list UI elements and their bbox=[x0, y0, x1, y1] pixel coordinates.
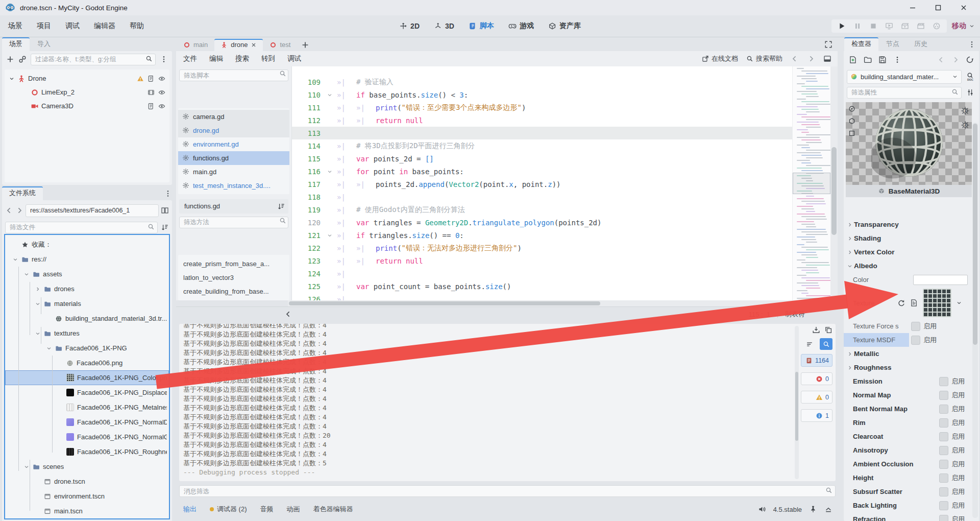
feature-Height[interactable]: Height启用 bbox=[844, 471, 972, 485]
feature-Refraction[interactable]: Refraction启用 bbox=[844, 512, 972, 521]
sphere-preview-toggle[interactable] bbox=[848, 105, 855, 112]
resource-extra-button[interactable] bbox=[893, 56, 901, 64]
history-forward-icon[interactable] bbox=[15, 206, 23, 215]
stop-button[interactable] bbox=[869, 22, 877, 30]
edit-history-button[interactable] bbox=[966, 56, 974, 64]
scene-tree-node-LimeExp_2[interactable]: LimeExp_2 bbox=[5, 85, 169, 99]
menu-debug[interactable]: 调试 bbox=[65, 21, 80, 31]
scene-tree-node-Drone[interactable]: Drone bbox=[5, 72, 169, 85]
maximize-button[interactable] bbox=[934, 4, 942, 12]
feature-Subsurf Scatter[interactable]: Subsurf Scatter启用 bbox=[844, 485, 972, 499]
checkbox[interactable] bbox=[939, 391, 948, 400]
feature-Normal Map[interactable]: Normal Map启用 bbox=[844, 388, 972, 402]
pause-button[interactable] bbox=[853, 22, 862, 30]
section-Roughness[interactable]: Roughness bbox=[844, 361, 972, 374]
output-filter-input[interactable] bbox=[179, 485, 836, 497]
checkbox[interactable] bbox=[911, 336, 920, 345]
tab-history[interactable]: 历史 bbox=[907, 37, 935, 51]
property-albedo-color[interactable]: Color bbox=[844, 273, 972, 287]
output-search-button[interactable] bbox=[820, 338, 832, 350]
method-item-create_building_from_base...[interactable]: create_building_from_base... bbox=[178, 285, 289, 298]
output-counter-warnings[interactable]: 0 bbox=[801, 391, 832, 404]
output-counter-editor[interactable]: 1 bbox=[801, 409, 832, 422]
property-Texture MSDF[interactable]: Texture MSDF启用 bbox=[844, 333, 972, 347]
mute-audio-icon[interactable] bbox=[758, 505, 766, 513]
script-back-icon[interactable] bbox=[791, 55, 799, 63]
scene-dock-menu-button[interactable] bbox=[160, 55, 168, 63]
tab-2d[interactable]: 2D bbox=[399, 22, 420, 30]
scene-tab-main[interactable]: main bbox=[177, 39, 214, 51]
method-item-latlon_to_vector3[interactable]: latlon_to_vector3 bbox=[178, 271, 289, 285]
tab-script[interactable]: 脚本 bbox=[469, 21, 494, 31]
property-filter-input[interactable] bbox=[847, 87, 962, 99]
script-menu-goto[interactable]: 转到 bbox=[261, 54, 275, 63]
section-Albedo[interactable]: Albedo bbox=[844, 259, 972, 273]
code-horizontal-scrollbar[interactable] bbox=[288, 300, 838, 306]
code-minimap[interactable] bbox=[792, 66, 830, 300]
inspector-back-icon[interactable] bbox=[937, 56, 945, 64]
close-button[interactable] bbox=[960, 4, 968, 12]
section-Transparency[interactable]: Transparency bbox=[844, 218, 972, 231]
new-resource-button[interactable] bbox=[849, 56, 857, 64]
assign-texture-icon[interactable] bbox=[910, 299, 918, 307]
checkbox[interactable] bbox=[939, 473, 948, 483]
feature-Anisotropy[interactable]: Anisotropy启用 bbox=[844, 443, 972, 457]
scripts-filter-input[interactable] bbox=[179, 69, 288, 81]
quad-preview-toggle[interactable] bbox=[848, 130, 855, 137]
eye-icon[interactable] bbox=[158, 103, 165, 110]
file-tree-item-Facade006_1K-PNG_Roughnes...[interactable]: Facade006_1K-PNG_Roughnes... bbox=[5, 444, 169, 459]
collapse-duplicates-button[interactable] bbox=[803, 338, 816, 350]
scene-tab-drone[interactable]: drone bbox=[214, 39, 263, 51]
script-item-main.gd[interactable]: main.gd bbox=[178, 165, 289, 179]
section-Vertex Color[interactable]: Vertex Color bbox=[844, 245, 972, 259]
menu-editor[interactable]: 编辑器 bbox=[94, 21, 115, 31]
feature-Clearcoat[interactable]: Clearcoat启用 bbox=[844, 430, 972, 443]
tab-node[interactable]: 节点 bbox=[879, 37, 906, 51]
file-tree-item-Facade006_1K-PNG_NormalDX...[interactable]: Facade006_1K-PNG_NormalDX... bbox=[5, 415, 169, 430]
checkbox[interactable] bbox=[939, 377, 948, 386]
tab-3d[interactable]: 3D bbox=[434, 22, 454, 30]
tab-assetlib[interactable]: 资产库 bbox=[548, 21, 581, 31]
tab-filesystem[interactable]: 文件系统 bbox=[2, 186, 43, 200]
tab-scene-dock[interactable]: 场景 bbox=[2, 37, 30, 51]
checkbox[interactable] bbox=[939, 460, 948, 469]
distraction-free-icon[interactable] bbox=[824, 40, 832, 49]
menu-project[interactable]: 项目 bbox=[37, 21, 51, 31]
output-counter-errors[interactable]: 0 bbox=[801, 372, 832, 385]
methods-filter-input[interactable] bbox=[179, 217, 288, 228]
toggle-panel-icon[interactable] bbox=[823, 55, 831, 63]
file-tree-item-Facade006_1K-PNG_Color.png[interactable]: Facade006_1K-PNG_Color.png bbox=[5, 370, 169, 385]
scene-tab-test[interactable]: test bbox=[263, 39, 297, 51]
checkbox[interactable] bbox=[939, 501, 948, 510]
color-swatch[interactable] bbox=[913, 275, 968, 285]
fold-icon[interactable] bbox=[327, 92, 333, 98]
script-item-drone.gd[interactable]: drone.gd bbox=[178, 124, 289, 137]
feature-Ambient Occlusion[interactable]: Ambient Occlusion启用 bbox=[844, 457, 972, 471]
light-2-toggle[interactable]: 2 bbox=[961, 121, 970, 130]
output-scrollbar[interactable] bbox=[795, 326, 799, 479]
script-menu-search[interactable]: 搜索 bbox=[235, 54, 249, 63]
script-menu-file[interactable]: 文件 bbox=[183, 54, 197, 63]
renderer-dropdown[interactable]: 移动 bbox=[952, 21, 975, 31]
script-forward-icon[interactable] bbox=[807, 55, 815, 63]
feature-Rim[interactable]: Rim启用 bbox=[844, 416, 972, 430]
property-albedo-texture[interactable]: Texture bbox=[844, 287, 972, 319]
file-tree-item-Facade006_1K-PNG_NormalGL...[interactable]: Facade006_1K-PNG_NormalGL... bbox=[5, 430, 169, 444]
scene-filter-input[interactable] bbox=[31, 54, 156, 65]
checkbox[interactable] bbox=[939, 487, 948, 496]
checkbox[interactable] bbox=[939, 405, 948, 414]
feature-Back Lighting[interactable]: Back Lighting启用 bbox=[844, 499, 972, 512]
run-current-scene-button[interactable] bbox=[885, 22, 893, 30]
close-tab-icon[interactable] bbox=[251, 42, 257, 48]
box-preview-toggle[interactable] bbox=[848, 117, 855, 125]
script-menu-debug[interactable]: 调试 bbox=[287, 54, 301, 63]
file-tree-item-assets[interactable]: assets bbox=[5, 267, 169, 281]
method-item-create_prism_from_base_a...[interactable]: create_prism_from_base_a... bbox=[178, 257, 289, 271]
search-help-button[interactable]: 搜索帮助 bbox=[746, 54, 782, 63]
inspector-forward-icon[interactable] bbox=[951, 56, 960, 64]
code-vertical-scrollbar[interactable] bbox=[830, 66, 838, 300]
script-item-test_mesh_instance_3d....[interactable]: test_mesh_instance_3d.... bbox=[178, 179, 289, 193]
bottom-panel-tab-输出[interactable]: 输出 bbox=[183, 505, 197, 514]
instance-scene-button[interactable] bbox=[18, 55, 27, 63]
tab-import-dock[interactable]: 导入 bbox=[30, 37, 58, 51]
